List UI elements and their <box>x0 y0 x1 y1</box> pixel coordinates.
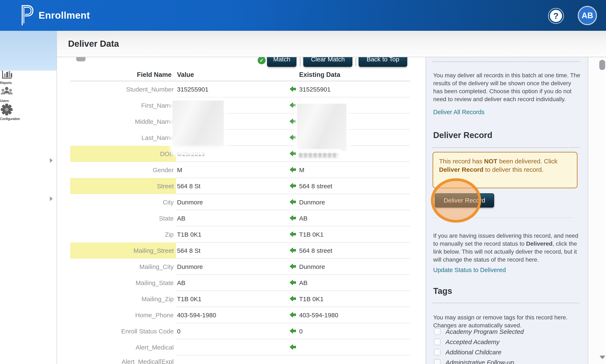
value-cell: 403-594-1980 <box>177 307 216 323</box>
help-button[interactable]: ? <box>548 8 564 24</box>
checkbox[interactable] <box>434 349 440 355</box>
field-name-cell: Enroll Status Code <box>70 323 176 339</box>
redacted-value-overlay <box>173 101 224 150</box>
tags-heading: Tags <box>433 286 452 296</box>
users-icon <box>0 85 57 99</box>
column-header-value: Value <box>177 71 194 78</box>
table-row: DOB6/25/2019 <box>70 146 410 162</box>
existing-data-cell: AB <box>299 210 308 226</box>
scrollbar-thumb[interactable] <box>599 60 605 70</box>
avatar[interactable]: AB <box>578 6 597 25</box>
table-row: Student_Number315255901315255901 <box>70 81 410 97</box>
divider <box>432 218 573 218</box>
sidebar: Student DataAppointmentsReportsUsersConf… <box>0 31 57 364</box>
checkbox[interactable] <box>434 328 440 335</box>
manual-text-bold: Delivered <box>526 240 553 247</box>
deliver-record-heading: Deliver Record <box>433 130 492 140</box>
table-row: Home_Phone403-594-1980403-594-1980 <box>70 307 410 323</box>
tag-label: Academy Program Selected <box>446 328 524 335</box>
powerschool-logo-icon <box>21 5 34 27</box>
field-table: Student_Number315255901315255901First_Na… <box>70 81 410 364</box>
value-cell: T1B 0K1 <box>177 291 202 307</box>
manual-status-description: If you are having issues delivering this… <box>433 232 581 264</box>
warning-text-bold: Deliver Record <box>439 166 483 173</box>
table-row: ZipT1B 0K1T1B 0K1 <box>70 226 410 243</box>
checkbox[interactable] <box>434 339 440 345</box>
chevron-right-icon[interactable] <box>50 158 53 163</box>
field-name-cell: Last_Name <box>70 130 176 146</box>
value-cell: M <box>177 162 182 178</box>
warning-text: This record has <box>439 158 484 165</box>
update-status-link[interactable]: Update Status to Delivered <box>433 267 506 273</box>
copy-left-arrow-icon <box>290 118 296 125</box>
match-button[interactable]: Match <box>267 57 297 67</box>
field-name-cell: Mailing_Zip <box>70 291 176 307</box>
value-cell: T1B 0K1 <box>177 226 202 243</box>
configuration-icon <box>0 103 57 117</box>
scrollbar <box>588 50 606 364</box>
app-title: Enrollment <box>39 0 90 31</box>
column-header-existing-data: Existing Data <box>299 71 340 78</box>
deliver-panel: You may deliver all records in this batc… <box>426 57 588 364</box>
column-header-field-name: Field Name <box>70 71 174 78</box>
copy-left-arrow-icon <box>290 135 296 141</box>
checkbox[interactable] <box>434 359 440 364</box>
tag-option-additional-childcare[interactable]: Additional Childcare <box>434 347 581 357</box>
copy-left-arrow-icon <box>290 167 296 173</box>
page-header: Deliver Data <box>57 31 606 57</box>
scroll-down-icon[interactable] <box>600 356 605 359</box>
existing-data-cell: T1B 0K1 <box>299 226 324 243</box>
existing-data-cell: T1B 0K1 <box>299 291 324 307</box>
existing-data-cell: 0 <box>299 323 303 339</box>
chevron-right-icon[interactable] <box>50 196 53 201</box>
page-title: Deliver Data <box>68 39 119 49</box>
tags-checkbox-list: Academy Program SelectedAccepted Academy… <box>434 326 581 364</box>
deliver-all-records-link[interactable]: Deliver All Records <box>433 109 485 116</box>
existing-data-cell: 564 8 street <box>299 243 332 259</box>
tag-label: Accepted Academy <box>446 338 499 346</box>
value-cell: Dunmore <box>177 259 203 275</box>
tag-label: Administrative Follow-up <box>446 359 514 364</box>
not-delivered-warning: This record has NOT been delivered. Clic… <box>433 152 578 188</box>
value-cell: 0 <box>177 323 181 339</box>
field-name-cell: Mailing_State <box>70 275 176 291</box>
field-name-cell: Mailing_City <box>70 259 176 275</box>
copy-left-arrow-icon <box>290 296 296 302</box>
sidebar-item-label: Reports <box>0 81 57 85</box>
button-separator <box>356 58 356 66</box>
table-row: Mailing_ZipT1B 0K1T1B 0K1 <box>70 291 410 307</box>
copy-left-arrow-icon <box>290 312 296 318</box>
field-name-cell: DOB <box>70 146 176 162</box>
table-row: Street564 8 St564 8 street <box>70 178 410 194</box>
table-row: GenderMM <box>70 162 410 178</box>
tag-option-accepted-academy[interactable]: Accepted Academy <box>434 337 581 347</box>
field-name-cell: Alert_Medical <box>70 339 176 355</box>
value-cell: AB <box>177 275 185 291</box>
existing-data-cell: Dunmore <box>299 194 325 210</box>
table-row: Last_Name <box>70 130 410 146</box>
value-cell: Dunmore <box>177 194 203 210</box>
copy-left-arrow-icon <box>290 232 296 238</box>
sidebar-item-label: Users <box>0 99 57 103</box>
sidebar-item-student-data[interactable] <box>0 31 57 71</box>
clear-match-button[interactable]: Clear Match <box>303 57 352 67</box>
copy-left-arrow-icon <box>290 344 296 351</box>
dotted-divider <box>432 303 580 303</box>
field-name-cell: Mailing_Street <box>70 243 176 259</box>
copy-left-arrow-icon <box>290 151 296 157</box>
dotted-divider <box>432 147 580 148</box>
tag-option-academy-program-selected[interactable]: Academy Program Selected <box>434 326 581 337</box>
field-name-cell: Home_Phone <box>70 307 176 323</box>
question-mark-icon: ? <box>550 10 562 22</box>
field-name-cell: Middle_Name <box>70 114 176 130</box>
value-cell: 564 8 St <box>177 243 200 259</box>
value-cell: AB <box>177 210 185 226</box>
deliver-record-button[interactable]: Deliver Record <box>435 193 494 208</box>
tag-option-administrative-follow-up[interactable]: Administrative Follow-up <box>434 357 581 364</box>
field-name-cell: Student_Number <box>70 81 176 97</box>
copy-left-arrow-icon <box>290 199 296 206</box>
existing-data-cell: M <box>299 162 304 178</box>
back-to-top-button[interactable]: Back to Top <box>359 57 407 67</box>
table-row: StateABAB <box>70 210 410 226</box>
table-row: Alert_Medical[Expl <box>70 355 410 364</box>
